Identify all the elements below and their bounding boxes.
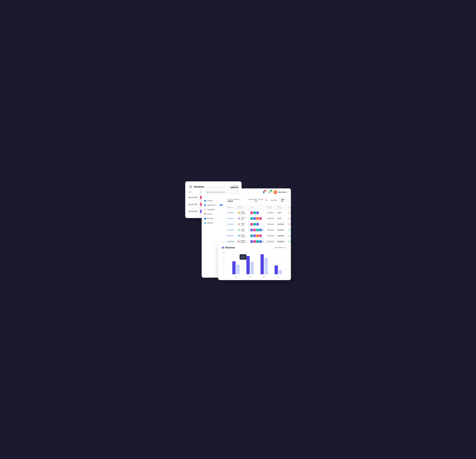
- status-dot: [289, 241, 290, 242]
- sidebar-item-campaigns[interactable]: 📋 Campaigns ▼: [202, 207, 225, 212]
- col-date: Date: [188, 191, 200, 194]
- invoice-number-label: Invoice Number:: [228, 198, 239, 200]
- item-icon: [253, 240, 256, 243]
- invoice-number: Invoice Number: 124578: [228, 198, 245, 202]
- item-icon: [250, 235, 253, 237]
- period-label: Last 4 Month: [274, 247, 283, 248]
- bar-group-jan: [232, 261, 240, 274]
- nav-icons: 👤 10 💬 4 RK Raza Khan ▼: [262, 190, 288, 194]
- invoice-id: 123456789: [227, 241, 234, 242]
- sidebar-label-website: Website: [207, 222, 213, 224]
- member-cell: JJ Jacob Jones: [238, 223, 247, 226]
- bar-apr-light: [279, 270, 282, 274]
- invoice-icon: [188, 185, 193, 189]
- vendors-icon: 👥: [204, 200, 206, 202]
- table-row: 123456789 EH Esther Howard $5,235.00 $0.…: [225, 210, 291, 216]
- period-selector-btn[interactable]: Last 4 Month ▼: [273, 246, 288, 249]
- item-icon: [253, 229, 256, 231]
- member-avatar: KM: [238, 240, 240, 243]
- applications-icon: 👤: [204, 204, 206, 206]
- chevron-down-icon: ▼: [221, 222, 223, 224]
- item-icon: [256, 212, 259, 214]
- date-range-text: Jan 1st, 2022 - Jan 1st, 2022: [247, 199, 264, 202]
- tooltip-dot-dark: [241, 256, 242, 256]
- sidebar-item-elections[interactable]: 🗳️ Elections: [202, 216, 225, 221]
- revenue-card: Revenue Last 4 Month ▼ 10k 8k 4K 2k 1k: [218, 243, 291, 280]
- sidebar-item-website[interactable]: 🌐 Website ▼: [202, 221, 225, 225]
- invoice-amount: $5,235.00: [266, 210, 276, 216]
- table-row: 123456789 CF Cody Fisher 3+ $5,235.00 $5…: [225, 227, 291, 233]
- notifications-btn[interactable]: 👤 10: [262, 190, 266, 194]
- item-icon: [253, 223, 256, 226]
- balance-label: Balance: [230, 185, 238, 186]
- item-extra: 3+: [262, 229, 264, 231]
- website-icon: 🌐: [204, 222, 206, 224]
- invoice-id: 123456789: [227, 229, 234, 231]
- y-label-4k: 4K: [223, 262, 225, 264]
- item-icon: [259, 217, 262, 220]
- items-cell: 3+: [250, 229, 264, 231]
- sidebar-item-applications[interactable]: 👤 Applications 50: [202, 203, 225, 207]
- invoice-header-bar: Invoice Number: 124578 Jan 1st, 2022 - J…: [225, 196, 291, 205]
- member-cell: WW Wade Warren: [238, 234, 247, 238]
- th-invoice-amount: Invoice Amount: [266, 205, 276, 210]
- filter-btn[interactable]: ⚙️ Filter: [270, 199, 278, 202]
- table-row: 123456789 JJ Jacob Jones $6,500.00 $4,62…: [225, 221, 291, 227]
- bar-group-mar: [261, 254, 268, 274]
- bar-jan-dark: [232, 261, 236, 274]
- svg-rect-4: [222, 247, 223, 248]
- date-filter: Jan 1st, 2022 - Jan 1st, 2022 📅 ⚙️ Filte…: [246, 198, 289, 203]
- avatar: RK: [273, 190, 277, 194]
- date-range-btn[interactable]: Jan 1st, 2022 - Jan 1st, 2022 📅: [246, 198, 268, 203]
- th-items: Items: [248, 205, 266, 210]
- invoice-id: 123456789: [227, 218, 234, 219]
- paid-amount: $4,625.58: [276, 221, 286, 227]
- item-icon: [256, 235, 259, 237]
- member-avatar: CF: [238, 229, 240, 231]
- calendar-icon: 📅: [265, 199, 267, 201]
- bar-apr-dark: [275, 265, 278, 274]
- filter-label: Filter: [273, 199, 277, 201]
- th-invoice-id: Invoice ID: [225, 205, 236, 210]
- status-badge: Unpaid: [288, 217, 291, 220]
- status-badge: Paid: [288, 240, 291, 243]
- messages-btn[interactable]: 💬 4: [268, 190, 272, 194]
- y-axis-labels: 10k 8k 4K 2k 1k: [221, 252, 226, 274]
- item-icon: [256, 223, 259, 226]
- sidebar-item-vendors[interactable]: 👥 Vendors: [202, 198, 225, 203]
- items-cell: [250, 217, 264, 220]
- y-label-10k: 10k: [222, 252, 225, 253]
- chevron-down-icon: ▼: [284, 247, 286, 248]
- member-cell: EH Esther Howard: [238, 211, 247, 214]
- member-name: Cody Fisher: [241, 228, 247, 232]
- x-label-mar: MAR: [263, 276, 265, 278]
- tooltip-value-1: 3.1k: [243, 256, 245, 257]
- chart-area: 10k 8k 4K 2k 1k: [221, 252, 288, 278]
- member-cell: JB Jerome Bell: [238, 217, 247, 220]
- user-menu-btn[interactable]: RK Raza Khan ▼: [273, 190, 288, 194]
- invoice-amount: $5,235.00: [266, 227, 276, 233]
- member-avatar: WW: [238, 234, 240, 237]
- item-icon: [250, 223, 253, 226]
- status-badge: Unpaid: [288, 212, 291, 214]
- messages-badge: 4: [270, 190, 272, 192]
- member-avatar: EH: [238, 211, 240, 214]
- item-extra: 3+: [262, 241, 264, 242]
- sidebar-label-applications: Applications: [207, 204, 215, 206]
- bar-feb-light: [250, 262, 254, 274]
- bars-container: [227, 252, 288, 274]
- member-name: Wade Warren: [241, 234, 246, 238]
- search-box[interactable]: 🔍: [204, 190, 240, 194]
- th-status: Status: [286, 205, 291, 210]
- sidebar-item-events[interactable]: 📅 Events: [202, 212, 225, 216]
- notifications-badge: 10: [264, 190, 266, 192]
- item-icon: [253, 235, 256, 237]
- user-name: Raza Khan: [278, 191, 286, 193]
- x-axis-labels: JAN FEB MAR APR: [227, 276, 288, 278]
- filter-icon: ⚙️: [271, 199, 273, 201]
- status-badge: Partial: [288, 223, 291, 225]
- paid-amount: $0.00: [276, 216, 286, 221]
- navbar: 🔍 👤 10 💬 4 RK Raza Khan ▼: [202, 188, 291, 196]
- svg-rect-5: [223, 246, 223, 248]
- search-input[interactable]: [209, 191, 238, 193]
